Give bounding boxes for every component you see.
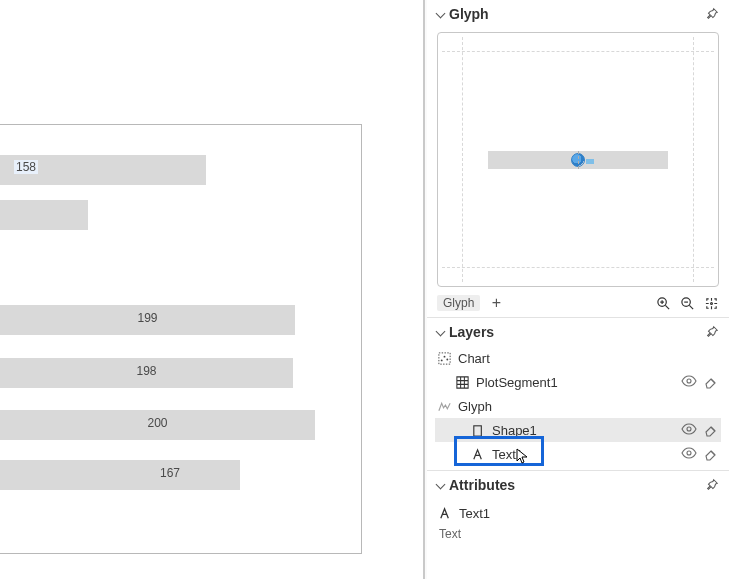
zoom-out-icon[interactable]	[679, 295, 695, 311]
pin-icon[interactable]	[705, 7, 719, 21]
erase-icon[interactable]	[703, 445, 719, 464]
bar-label: 167	[160, 466, 180, 480]
svg-point-13	[687, 427, 691, 431]
glyph-panel-title: Glyph	[449, 6, 489, 22]
svg-line-5	[689, 305, 693, 309]
text-icon	[471, 447, 486, 462]
text-icon	[437, 505, 453, 521]
add-glyph-button[interactable]: +	[488, 295, 504, 311]
layers-panel-title: Layers	[449, 324, 494, 340]
chart-bar[interactable]: 198	[0, 358, 293, 388]
layer-row-shape1[interactable]: Shape1	[435, 418, 721, 442]
attributes-panel-title: Attributes	[449, 477, 515, 493]
glyph-preview[interactable]	[437, 32, 719, 287]
chart-bar[interactable]: 167	[0, 460, 240, 490]
layer-label: Text1	[492, 447, 523, 462]
attributes-body: Text1 Text	[427, 497, 729, 547]
layers-panel-header[interactable]: Layers	[427, 318, 729, 344]
chevron-down-icon	[435, 9, 445, 19]
chart-canvas-area: 158 199 198 200 167	[0, 0, 425, 579]
attribute-field-label: Text	[437, 525, 721, 541]
chevron-down-icon	[435, 327, 445, 337]
erase-icon[interactable]	[703, 373, 719, 392]
layer-row-text1[interactable]: Text1	[435, 442, 721, 466]
chart-bar[interactable]	[0, 200, 88, 230]
layer-label: PlotSegment1	[476, 375, 558, 390]
attributes-selected-item[interactable]: Text1	[437, 501, 721, 525]
svg-rect-7	[439, 352, 450, 363]
visibility-icon[interactable]	[681, 445, 697, 464]
visibility-icon[interactable]	[681, 421, 697, 440]
layer-label: Chart	[458, 351, 490, 366]
chart-bar[interactable]: 158	[0, 155, 206, 185]
bar-label: 199	[137, 311, 157, 325]
rectangle-icon	[471, 423, 486, 438]
layer-label: Glyph	[458, 399, 492, 414]
visibility-icon[interactable]	[681, 373, 697, 392]
svg-point-11	[687, 379, 691, 383]
pin-icon[interactable]	[705, 325, 719, 339]
pin-icon[interactable]	[705, 478, 719, 492]
svg-line-1	[665, 305, 669, 309]
chart-bar[interactable]: 200	[0, 410, 315, 440]
svg-point-8	[441, 359, 443, 361]
chevron-down-icon	[435, 480, 445, 490]
zoom-in-icon[interactable]	[655, 295, 671, 311]
chart-icon	[437, 351, 452, 366]
attributes-selected-label: Text1	[459, 506, 490, 521]
bar-label: 198	[136, 364, 156, 378]
layers-tree: Chart PlotSegment1	[427, 344, 729, 470]
anchor-icon	[571, 153, 585, 167]
layer-row-glyph[interactable]: Glyph	[435, 394, 721, 418]
glyph-shape-preview[interactable]	[488, 151, 668, 169]
bar-label: 200	[147, 416, 167, 430]
glyph-tag[interactable]: Glyph	[437, 295, 480, 311]
glyph-toolbar: Glyph +	[427, 291, 729, 317]
svg-point-9	[444, 355, 446, 357]
glyph-panel-header[interactable]: Glyph	[427, 0, 729, 26]
chart-bar[interactable]: 199	[0, 305, 295, 335]
layer-row-plotsegment[interactable]: PlotSegment1	[435, 370, 721, 394]
grid-icon	[455, 375, 470, 390]
svg-rect-12	[474, 425, 482, 435]
erase-icon[interactable]	[703, 421, 719, 440]
svg-point-14	[687, 451, 691, 455]
attributes-panel-header[interactable]: Attributes	[427, 471, 729, 497]
fit-view-icon[interactable]	[703, 295, 719, 311]
layer-row-chart[interactable]: Chart	[435, 346, 721, 370]
bar-label: 158	[14, 160, 38, 174]
side-panel: Glyph Glyph +	[427, 0, 729, 579]
svg-point-10	[446, 358, 448, 360]
glyph-node-icon	[437, 399, 452, 414]
layer-label: Shape1	[492, 423, 537, 438]
